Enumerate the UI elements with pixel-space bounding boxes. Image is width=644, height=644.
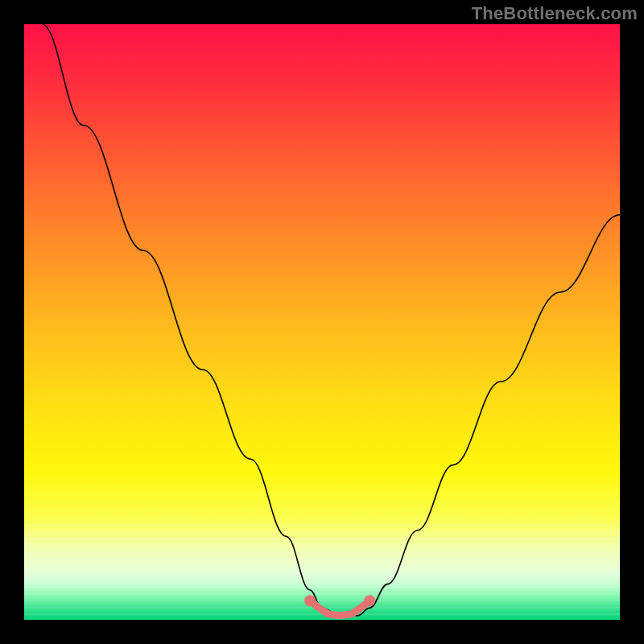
svg-rect-2 — [24, 539, 620, 540]
plot-area — [24, 24, 620, 620]
svg-rect-10 — [24, 593, 620, 595]
chart-frame: TheBottleneck.com — [0, 0, 644, 644]
svg-rect-9 — [24, 586, 620, 588]
bottom-stripes — [24, 525, 620, 616]
bottleneck-curve — [42, 24, 620, 616]
svg-point-15 — [364, 595, 375, 606]
svg-rect-0 — [24, 525, 620, 526]
svg-rect-3 — [24, 545, 620, 547]
svg-rect-4 — [24, 552, 620, 554]
marker-band — [304, 595, 375, 616]
svg-rect-8 — [24, 580, 620, 581]
svg-rect-7 — [24, 572, 620, 574]
svg-rect-11 — [24, 600, 620, 601]
svg-point-14 — [304, 595, 316, 606]
svg-rect-1 — [24, 531, 620, 533]
svg-rect-5 — [24, 559, 620, 560]
svg-rect-6 — [24, 566, 620, 568]
chart-svg — [24, 24, 620, 620]
source-label: TheBottleneck.com — [472, 3, 638, 24]
